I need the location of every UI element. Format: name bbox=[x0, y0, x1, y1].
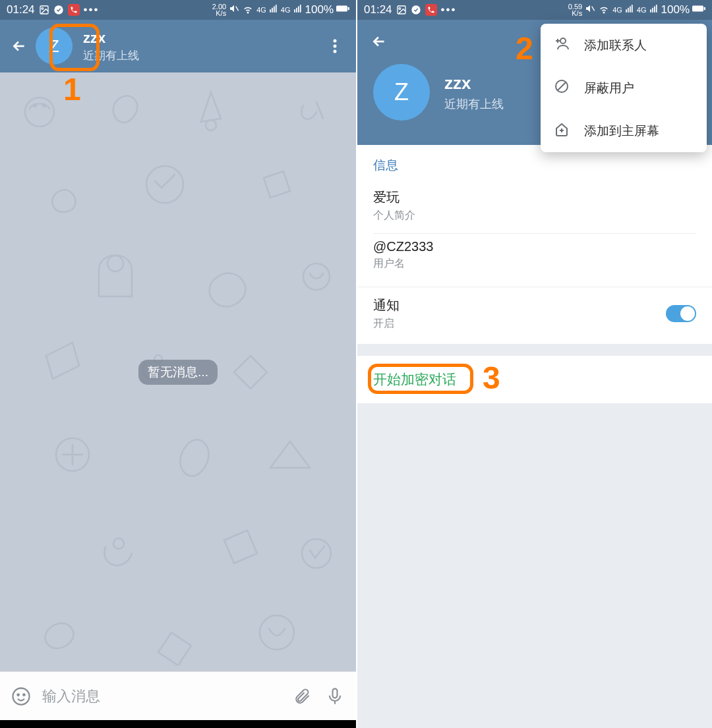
check-icon bbox=[53, 5, 64, 15]
menu-add-contact-label: 添加联系人 bbox=[584, 37, 647, 54]
svg-rect-12 bbox=[299, 5, 301, 13]
signal-4g2-icon: 4G bbox=[637, 6, 647, 14]
svg-rect-46 bbox=[655, 5, 657, 13]
voice-button[interactable] bbox=[323, 685, 347, 708]
notification-row[interactable]: 通知 开启 bbox=[357, 287, 712, 344]
svg-rect-8 bbox=[276, 5, 277, 13]
mute-icon bbox=[585, 3, 595, 17]
signal-bars-icon bbox=[269, 3, 278, 16]
svg-line-51 bbox=[558, 82, 566, 90]
svg-rect-14 bbox=[348, 7, 349, 11]
start-secret-chat-button[interactable]: 开始加密对话 bbox=[357, 356, 712, 403]
menu-add-homescreen[interactable]: 添加到主屏幕 bbox=[541, 109, 707, 152]
net-speed: 2.00 K/s bbox=[212, 3, 226, 16]
signal-bars2-icon bbox=[649, 3, 659, 16]
avatar-letter: Z bbox=[49, 36, 59, 57]
svg-point-31 bbox=[17, 694, 19, 696]
block-icon bbox=[554, 78, 570, 98]
svg-point-36 bbox=[411, 5, 420, 14]
message-input[interactable]: 输入消息 bbox=[42, 686, 281, 706]
more-icon: ••• bbox=[84, 3, 100, 16]
chat-header-titles[interactable]: zzx 近期有上线 bbox=[83, 30, 139, 63]
svg-rect-40 bbox=[628, 8, 629, 13]
svg-rect-9 bbox=[294, 9, 295, 13]
wifi-icon bbox=[242, 3, 254, 18]
svg-point-49 bbox=[560, 38, 566, 43]
more-options-button[interactable] bbox=[322, 33, 348, 59]
mute-icon bbox=[229, 3, 239, 17]
svg-rect-33 bbox=[333, 688, 338, 698]
contact-name: zzx bbox=[83, 30, 139, 47]
contact-status: 近期有上线 bbox=[83, 48, 139, 63]
signal-4g-icon: 4G bbox=[612, 6, 622, 14]
svg-point-27 bbox=[113, 538, 124, 549]
more-icon: ••• bbox=[441, 3, 457, 16]
svg-point-30 bbox=[13, 688, 30, 704]
missed-call-icon bbox=[425, 4, 437, 16]
notif-state: 开启 bbox=[373, 317, 400, 331]
svg-point-29 bbox=[260, 615, 294, 650]
svg-rect-45 bbox=[654, 7, 655, 13]
svg-point-32 bbox=[23, 694, 25, 696]
bio-value: 爱玩 bbox=[373, 188, 696, 206]
notification-toggle[interactable] bbox=[666, 305, 696, 322]
menu-add-homescreen-label: 添加到主屏幕 bbox=[584, 123, 659, 140]
svg-point-23 bbox=[107, 256, 123, 271]
bio-row[interactable]: 爱玩 个人简介 bbox=[373, 183, 696, 233]
username-row[interactable]: @CZ2333 用户名 bbox=[373, 234, 696, 281]
add-contact-icon bbox=[554, 36, 570, 55]
menu-add-contact[interactable]: 添加联系人 bbox=[541, 24, 707, 67]
svg-rect-7 bbox=[274, 7, 275, 13]
empty-space bbox=[357, 403, 712, 728]
notif-title: 通知 bbox=[373, 296, 400, 314]
svg-point-4 bbox=[247, 12, 249, 13]
battery-icon bbox=[336, 3, 349, 16]
svg-rect-42 bbox=[632, 5, 633, 13]
net-speed: 0.59 K/s bbox=[568, 3, 582, 16]
back-button[interactable] bbox=[8, 35, 30, 57]
profile-status: 近期有上线 bbox=[444, 96, 504, 112]
svg-rect-6 bbox=[272, 8, 273, 13]
svg-rect-43 bbox=[650, 9, 651, 13]
secret-chat-label: 开始加密对话 bbox=[373, 372, 456, 387]
emoji-button[interactable] bbox=[9, 685, 33, 708]
battery-icon bbox=[692, 3, 705, 16]
phone-chat-screen: 01:24 ••• 2.00 K/s 4G bbox=[0, 0, 356, 728]
status-time: 01:24 bbox=[7, 3, 35, 16]
bio-label: 个人简介 bbox=[373, 209, 696, 223]
phone-profile-screen: 01:24 ••• 0.59 K/s 4G bbox=[356, 0, 712, 728]
image-icon bbox=[396, 5, 407, 15]
svg-rect-13 bbox=[336, 5, 347, 11]
info-section-title: 信息 bbox=[373, 157, 696, 174]
signal-bars2-icon bbox=[293, 3, 303, 16]
message-input-bar: 输入消息 bbox=[0, 671, 356, 720]
svg-rect-5 bbox=[270, 9, 271, 13]
signal2-icon: 4G bbox=[281, 6, 291, 14]
status-bar: 01:24 ••• 2.00 K/s 4G bbox=[0, 0, 356, 20]
svg-point-28 bbox=[302, 539, 331, 568]
home-icon bbox=[554, 121, 570, 140]
svg-point-15 bbox=[334, 40, 337, 43]
info-section: 信息 爱玩 个人简介 @CZ2333 用户名 bbox=[357, 145, 712, 287]
svg-line-37 bbox=[592, 6, 595, 11]
image-icon bbox=[39, 5, 49, 15]
svg-rect-11 bbox=[298, 7, 299, 13]
contact-avatar[interactable]: Z bbox=[36, 28, 73, 65]
attach-button[interactable] bbox=[290, 685, 314, 708]
svg-point-20 bbox=[43, 104, 45, 107]
chat-header: Z zzx 近期有上线 bbox=[0, 20, 356, 72]
svg-point-1 bbox=[42, 8, 44, 10]
section-gap bbox=[357, 344, 712, 356]
status-bar: 01:24 ••• 0.59 K/s 4G bbox=[357, 0, 712, 20]
back-button[interactable] bbox=[368, 30, 390, 53]
android-nav-bar bbox=[0, 720, 356, 728]
svg-rect-39 bbox=[626, 9, 627, 13]
chat-messages-area[interactable]: 暂无消息... bbox=[0, 72, 356, 671]
svg-rect-48 bbox=[704, 7, 705, 11]
svg-rect-41 bbox=[630, 7, 631, 13]
menu-block-user[interactable]: 屏蔽用户 bbox=[541, 67, 707, 109]
wifi-icon bbox=[598, 3, 610, 18]
svg-point-18 bbox=[25, 98, 54, 126]
profile-avatar[interactable]: Z bbox=[373, 64, 430, 121]
svg-point-24 bbox=[303, 264, 330, 290]
